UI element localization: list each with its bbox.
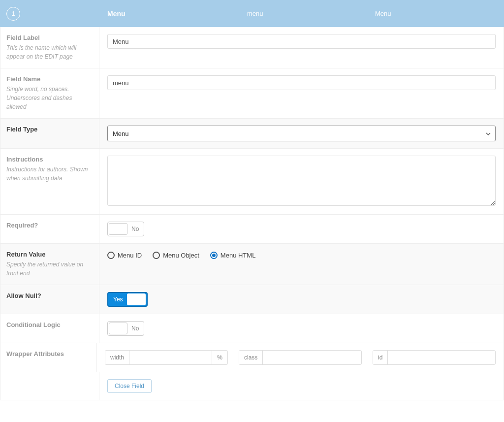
wrapper-width-label: width: [105, 351, 129, 364]
radio-menu-id[interactable]: Menu ID: [107, 252, 142, 259]
wrapper-id-input[interactable]: [388, 351, 495, 364]
close-field-button[interactable]: Close Field: [107, 379, 152, 393]
wrapper-title: Wrapper Attributes: [6, 350, 91, 357]
row-field-name: Field Name Single word, no spaces. Under…: [0, 68, 504, 119]
input-cell: Menu: [99, 119, 504, 148]
field-label-input[interactable]: [107, 34, 496, 49]
allow-null-title: Allow Null?: [6, 292, 93, 299]
conditional-logic-toggle[interactable]: No: [107, 321, 144, 336]
wrapper-id-label: id: [373, 351, 388, 364]
required-toggle[interactable]: No: [107, 222, 144, 236]
order-cell: 1: [0, 7, 99, 21]
radio-icon: [107, 252, 115, 259]
row-field-label: Field Label This is the name which will …: [0, 27, 504, 68]
input-cell: No: [99, 314, 504, 343]
label-cell: Required?: [0, 215, 99, 243]
wrapper-width-input[interactable]: [129, 351, 212, 364]
field-type-select[interactable]: Menu: [107, 126, 496, 141]
wrapper-inputs: width % class id: [105, 350, 496, 365]
label-cell: Return Value Specify the returned value …: [0, 244, 99, 285]
toggle-knob: [127, 293, 146, 305]
required-state: No: [127, 226, 143, 232]
radio-label: Menu Object: [163, 252, 199, 259]
input-cell: Yes: [99, 285, 504, 314]
field-label-hint: This is the name which will appear on th…: [6, 43, 93, 61]
row-allow-null: Allow Null? Yes: [0, 285, 504, 314]
field-header[interactable]: 1 Menu menu Menu: [0, 0, 504, 27]
input-cell: [99, 68, 504, 118]
row-close: Close Field: [0, 372, 504, 400]
toggle-knob: [109, 323, 127, 334]
field-type-value: Menu: [113, 130, 129, 137]
radio-icon: [153, 252, 160, 259]
required-title: Required?: [6, 222, 93, 229]
allow-null-toggle[interactable]: Yes: [107, 292, 148, 307]
label-cell: [0, 372, 99, 400]
field-type-title: Field Type: [6, 126, 93, 133]
input-cell: Menu ID Menu Object Menu HTML: [99, 244, 504, 285]
wrapper-class-label: class: [239, 351, 263, 364]
input-cell: [99, 149, 504, 214]
return-value-hint: Specify the returned value on front end: [6, 260, 93, 278]
instructions-hint: Instructions for authors. Shown when sub…: [6, 165, 93, 183]
label-cell: Wrapper Attributes: [0, 343, 97, 372]
row-conditional-logic: Conditional Logic No: [0, 314, 504, 343]
label-cell: Instructions Instructions for authors. S…: [0, 149, 99, 214]
header-label[interactable]: Menu: [99, 10, 247, 18]
field-label-title: Field Label: [6, 34, 93, 41]
radio-label: Menu ID: [118, 252, 142, 259]
header-name: menu: [247, 10, 375, 17]
toggle-knob: [109, 223, 127, 235]
radio-menu-html[interactable]: Menu HTML: [210, 252, 256, 259]
instructions-input[interactable]: [107, 156, 496, 206]
wrapper-id-group: id: [373, 350, 496, 365]
row-wrapper-attributes: Wrapper Attributes width % class id: [0, 343, 504, 372]
input-cell: No: [99, 215, 504, 243]
label-cell: Field Type: [0, 119, 99, 148]
conditional-logic-title: Conditional Logic: [6, 321, 93, 328]
radio-label: Menu HTML: [220, 252, 256, 259]
wrapper-class-input[interactable]: [263, 351, 361, 364]
label-cell: Field Label This is the name which will …: [0, 27, 99, 68]
return-value-title: Return Value: [6, 251, 93, 258]
wrapper-width-suffix: %: [212, 351, 227, 364]
radio-menu-object[interactable]: Menu Object: [153, 252, 199, 259]
chevron-down-icon: [485, 131, 490, 136]
row-return-value: Return Value Specify the returned value …: [0, 244, 504, 285]
order-badge: 1: [6, 7, 20, 21]
instructions-title: Instructions: [6, 156, 93, 163]
order-number: 1: [12, 10, 15, 17]
row-field-type: Field Type Menu: [0, 119, 504, 149]
input-cell: [99, 27, 504, 68]
input-cell: width % class id: [97, 343, 504, 372]
label-cell: Allow Null?: [0, 285, 99, 314]
label-cell: Conditional Logic: [0, 314, 99, 343]
radio-icon-selected: [210, 252, 218, 259]
conditional-logic-state: No: [127, 325, 143, 332]
wrapper-width-group: width %: [105, 350, 228, 365]
field-name-hint: Single word, no spaces. Underscores and …: [6, 85, 93, 111]
label-cell: Field Name Single word, no spaces. Under…: [0, 68, 99, 118]
input-cell: Close Field: [99, 372, 504, 400]
return-value-radios: Menu ID Menu Object Menu HTML: [107, 251, 496, 259]
allow-null-state: Yes: [109, 296, 127, 303]
field-name-title: Field Name: [6, 75, 93, 83]
row-required: Required? No: [0, 215, 504, 244]
row-instructions: Instructions Instructions for authors. S…: [0, 149, 504, 215]
wrapper-class-group: class: [239, 350, 362, 365]
field-name-input[interactable]: [107, 75, 496, 90]
header-type: Menu: [375, 10, 504, 17]
